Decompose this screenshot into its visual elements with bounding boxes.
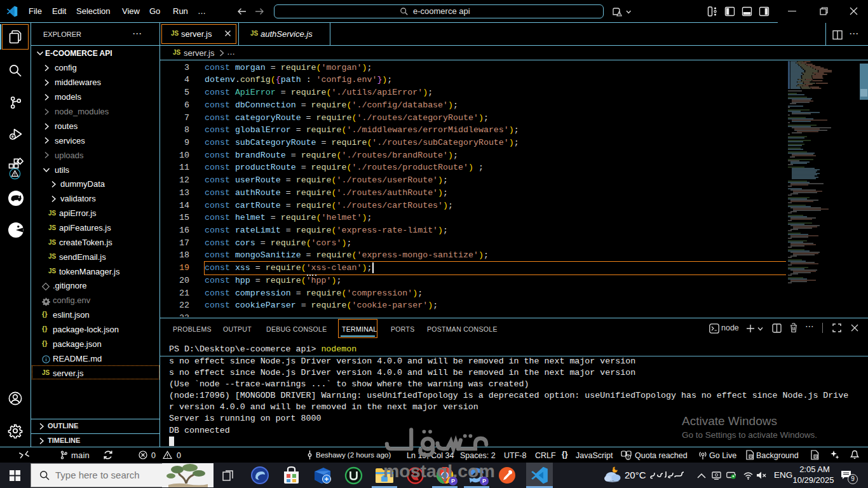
svg-text:mostaql.com: mostaql.com xyxy=(383,461,495,481)
